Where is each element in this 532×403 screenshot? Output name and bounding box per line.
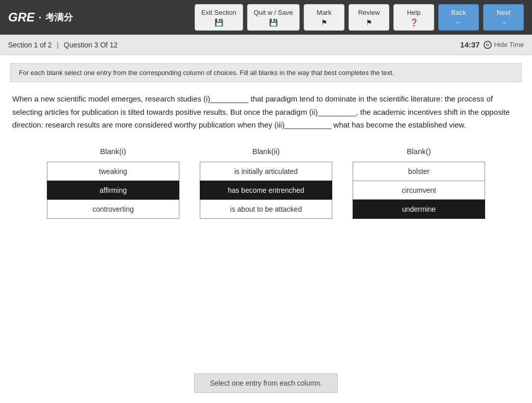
quit-save-button[interactable]: Quit w / Save 💾 [247, 4, 300, 31]
timer-icon: ⭘ [484, 41, 492, 49]
question-label: Question 3 Of 12 [64, 41, 118, 49]
choice-undermine[interactable]: undermine [353, 199, 485, 219]
next-button[interactable]: Next → [483, 4, 524, 31]
back-label: Back [451, 9, 466, 16]
bottom-message: Select one entry from each column. [194, 373, 338, 393]
exit-section-label: Exit Section [201, 9, 236, 16]
quit-save-icon: 💾 [269, 18, 278, 27]
logo: GRE · 考满分 [8, 10, 73, 24]
logo-gre-text: GRE [8, 10, 35, 24]
blank-iii-title: Blank() [407, 147, 431, 156]
mark-button[interactable]: Mark ⚑ [304, 4, 344, 31]
review-icon: ⚑ [366, 18, 373, 27]
back-button[interactable]: Back ← [438, 4, 479, 31]
bottom-message-text: Select one entry from each column. [210, 379, 322, 387]
choice-initially-articulated[interactable]: is initially articulated [200, 162, 332, 181]
choice-circumvent[interactable]: circumvent [353, 181, 485, 200]
passage-content: When a new scientific model emerges, res… [12, 94, 510, 129]
sub-header: Section 1 of 2 | Question 3 Of 12 14:37 … [0, 35, 532, 55]
pipe-separator: | [57, 41, 61, 49]
mark-label: Mark [317, 9, 332, 16]
logo-dot: · [36, 12, 44, 23]
instruction-box: For each blank select one entry from the… [10, 63, 522, 82]
choice-bolster[interactable]: bolster [353, 162, 485, 181]
section-info: Section 1 of 2 | Question 3 Of 12 [8, 41, 118, 49]
blank-iii-column: Blank() bolster circumvent undermine [353, 147, 485, 218]
blank-i-column: Blank(i) tweaking affirming controvertin… [47, 147, 179, 218]
main-content: For each blank select one entry from the… [0, 55, 532, 226]
choice-about-to-be-attacked[interactable]: is about to be attacked [200, 199, 332, 219]
blanks-container: Blank(i) tweaking affirming controvertin… [10, 147, 522, 218]
help-button[interactable]: Help ❓ [393, 4, 434, 31]
exit-section-icon: 💾 [215, 18, 223, 27]
timer-display: 14:37 [460, 40, 480, 49]
choice-controverting[interactable]: controverting [47, 199, 179, 219]
review-button[interactable]: Review ⚑ [349, 4, 389, 31]
header: GRE · 考满分 Exit Section 💾 Quit w / Save 💾… [0, 0, 532, 35]
choice-tweaking[interactable]: tweaking [47, 162, 179, 181]
section-label: Section 1 of 2 [8, 41, 52, 49]
logo-chinese-text: 考满分 [45, 11, 73, 23]
choice-become-entrenched[interactable]: has become entrenched [200, 181, 332, 200]
help-label: Help [407, 9, 421, 16]
hide-time-label: Hide Time [494, 41, 524, 48]
exit-section-button[interactable]: Exit Section 💾 [195, 4, 243, 31]
choice-affirming[interactable]: affirming [47, 181, 179, 200]
review-label: Review [358, 9, 380, 16]
back-icon: ← [455, 18, 462, 27]
help-icon: ❓ [410, 18, 418, 27]
bottom-bar: Select one entry from each column. [0, 373, 532, 393]
passage-text: When a new scientific model emerges, res… [10, 92, 522, 132]
hide-time-button[interactable]: ⭘ Hide Time [484, 41, 524, 49]
timer-area: 14:37 ⭘ Hide Time [460, 40, 524, 49]
blank-ii-column: Blank(ii) is initially articulated has b… [200, 147, 332, 218]
next-label: Next [497, 9, 511, 16]
blank-ii-title: Blank(ii) [252, 147, 280, 156]
mark-icon: ⚑ [321, 18, 328, 27]
blank-i-title: Blank(i) [100, 147, 126, 156]
quit-save-label: Quit w / Save [254, 9, 293, 16]
next-icon: → [500, 18, 507, 27]
instruction-text: For each blank select one entry from the… [19, 69, 394, 77]
